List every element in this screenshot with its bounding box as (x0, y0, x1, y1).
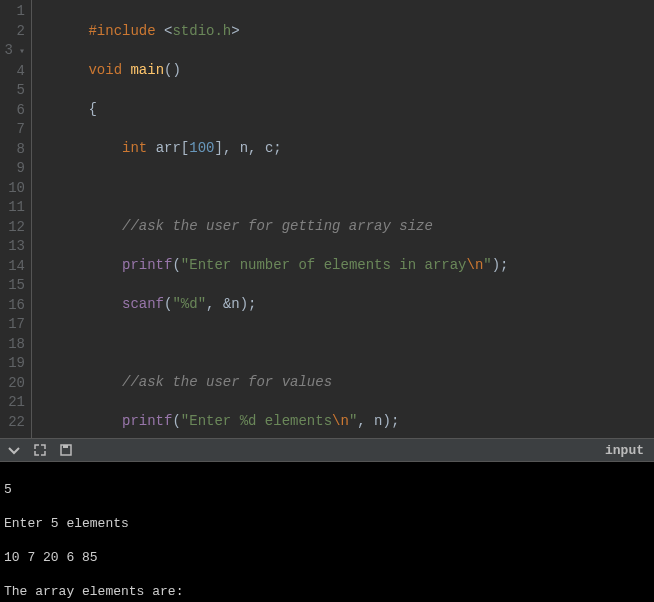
code-line[interactable]: void main() (38, 61, 654, 81)
line-number: 20 (0, 374, 25, 394)
code-area[interactable]: #include <stdio.h> void main() { int arr… (32, 0, 654, 438)
code-line[interactable] (38, 178, 654, 198)
line-number: 5 (0, 81, 25, 101)
line-number: 3 ▾ (0, 41, 25, 62)
svg-rect-1 (63, 445, 68, 448)
line-number: 11 (0, 198, 25, 218)
console-line: 10 7 20 6 85 (4, 549, 650, 566)
code-line[interactable]: int arr[100], n, c; (38, 139, 654, 159)
line-number: 19 (0, 354, 25, 374)
code-line[interactable]: scanf("%d", &n); (38, 295, 654, 315)
save-icon[interactable] (58, 442, 74, 458)
code-line[interactable]: printf("Enter %d elements\n", n); (38, 412, 654, 432)
line-number: 4 (0, 62, 25, 82)
code-line[interactable]: { (38, 100, 654, 120)
collapse-icon[interactable] (6, 442, 22, 458)
line-number: 7 (0, 120, 25, 140)
code-line[interactable]: //ask the user for values (38, 373, 654, 393)
editor-pane: 1 2 3 ▾ 4 5 6 7 8 9 10 11 12 13 14 15 16… (0, 0, 654, 438)
line-number: 2 (0, 22, 25, 42)
line-number: 9 (0, 159, 25, 179)
line-number: 18 (0, 335, 25, 355)
console-toolbar: input (0, 438, 654, 462)
fold-icon[interactable]: ▾ (13, 46, 25, 57)
code-line[interactable]: //ask the user for getting array size (38, 217, 654, 237)
line-number: 15 (0, 276, 25, 296)
console-line: 5 (4, 481, 650, 498)
code-line[interactable]: printf("Enter number of elements in arra… (38, 256, 654, 276)
console-line: Enter 5 elements (4, 515, 650, 532)
console-line: The array elements are: (4, 583, 650, 600)
console-output[interactable]: 5 Enter 5 elements 10 7 20 6 85 The arra… (0, 462, 654, 602)
line-number: 14 (0, 257, 25, 277)
line-number: 10 (0, 179, 25, 199)
line-number: 21 (0, 393, 25, 413)
line-number: 22 (0, 413, 25, 433)
line-number: 1 (0, 2, 25, 22)
code-line[interactable] (38, 334, 654, 354)
line-number: 17 (0, 315, 25, 335)
line-number: 13 (0, 237, 25, 257)
fullscreen-icon[interactable] (32, 442, 48, 458)
line-number: 16 (0, 296, 25, 316)
code-line[interactable]: #include <stdio.h> (38, 22, 654, 42)
line-number: 8 (0, 140, 25, 160)
line-number-gutter: 1 2 3 ▾ 4 5 6 7 8 9 10 11 12 13 14 15 16… (0, 0, 32, 438)
console-tab-input[interactable]: input (605, 443, 654, 458)
line-number: 12 (0, 218, 25, 238)
line-number: 6 (0, 101, 25, 121)
